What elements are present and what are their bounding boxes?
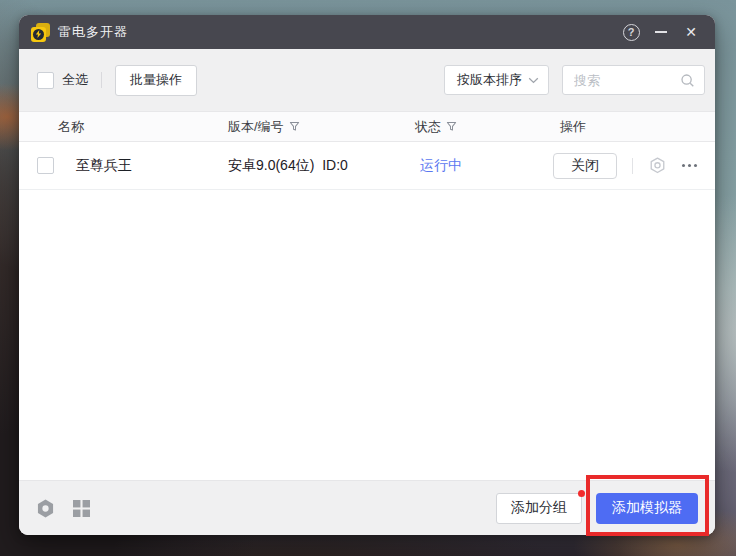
toolbar: 全选 批量操作 按版本排序 <box>19 49 715 111</box>
sort-dropdown-value: 按版本排序 <box>457 71 522 89</box>
footer-buttons: 添加分组 添加模拟器 <box>496 493 698 524</box>
titlebar-controls: ? ✕ <box>616 18 706 46</box>
grid-view-icon[interactable] <box>73 500 90 517</box>
close-icon: ✕ <box>685 25 697 39</box>
titlebar: 雷电多开器 ? ✕ <box>19 15 715 49</box>
stop-instance-button[interactable]: 关闭 <box>553 153 617 179</box>
header-version[interactable]: 版本/编号 <box>228 118 415 136</box>
header-name: 名称 <box>58 118 228 136</box>
footer-icons <box>35 498 90 519</box>
status-badge: 运行中 <box>415 157 553 175</box>
instance-name: 至尊兵王 <box>58 157 228 175</box>
more-options-icon[interactable] <box>682 164 697 167</box>
row-checkbox[interactable] <box>37 157 54 174</box>
app-logo-icon <box>31 23 50 42</box>
help-button[interactable]: ? <box>616 18 646 46</box>
minimize-button[interactable] <box>646 18 676 46</box>
header-actions: 操作 <box>553 118 715 136</box>
close-button[interactable]: ✕ <box>676 18 706 46</box>
instance-list-empty-area <box>19 190 715 480</box>
select-all-label: 全选 <box>62 71 88 89</box>
instance-version: 安卓9.0(64位) ID:0 <box>228 157 415 175</box>
add-group-button[interactable]: 添加分组 <box>496 493 582 524</box>
window-title: 雷电多开器 <box>58 23 128 41</box>
app-window: 雷电多开器 ? ✕ 全选 批量操作 按版本排序 <box>19 15 715 535</box>
filter-funnel-icon[interactable] <box>446 121 457 132</box>
settings-nut-icon[interactable] <box>648 156 667 175</box>
notification-dot <box>578 490 585 497</box>
help-icon: ? <box>623 24 640 41</box>
toolbar-divider <box>101 72 102 88</box>
add-emulator-button[interactable]: 添加模拟器 <box>596 493 698 524</box>
chevron-down-icon <box>528 77 539 84</box>
actions-divider <box>632 158 633 174</box>
search-icon <box>680 73 695 88</box>
lightning-bolt-icon <box>33 29 44 40</box>
minimize-icon <box>655 31 667 33</box>
search-input[interactable] <box>574 73 680 88</box>
row-actions: 关闭 <box>553 153 715 179</box>
global-settings-nut-icon[interactable] <box>35 498 56 519</box>
select-all-checkbox[interactable] <box>37 72 54 89</box>
filter-funnel-icon[interactable] <box>289 121 300 132</box>
toolbar-right: 按版本排序 <box>444 65 705 95</box>
header-status[interactable]: 状态 <box>415 118 553 136</box>
batch-operations-button[interactable]: 批量操作 <box>115 65 197 96</box>
footer-bar: 添加分组 添加模拟器 <box>19 480 715 535</box>
table-header: 名称 版本/编号 状态 操作 <box>19 111 715 142</box>
search-box <box>562 65 705 95</box>
table-row: 至尊兵王 安卓9.0(64位) ID:0 运行中 关闭 <box>19 142 715 190</box>
sort-dropdown[interactable]: 按版本排序 <box>444 65 549 95</box>
